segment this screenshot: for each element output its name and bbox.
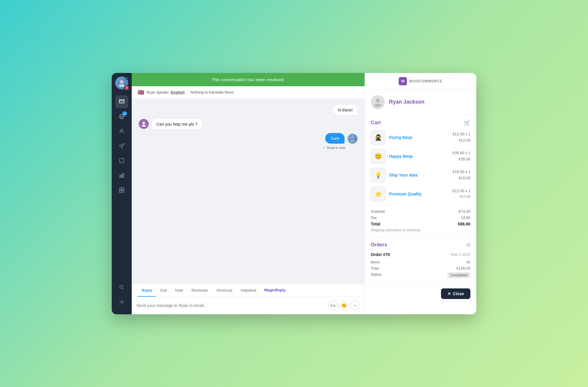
sidebar-item-integrations[interactable] — [115, 184, 128, 197]
panel-title: WOOCOMMERCE — [409, 79, 442, 83]
svg-rect-8 — [123, 173, 124, 177]
magic-reply-tab[interactable]: MagicReply — [264, 288, 285, 292]
cart-item-img-1: 😊 — [371, 149, 385, 164]
subtotal-row: Subtotal €74.00 — [371, 209, 470, 214]
tab-edit[interactable]: Edit — [156, 284, 171, 297]
svg-rect-6 — [120, 175, 121, 177]
cart-item-3: ⭐ Premium Quality €12.00 x 1 €12.00 — [371, 187, 470, 201]
font-icon: Aa — [330, 303, 335, 308]
add-button[interactable]: + — [350, 301, 360, 310]
sidebar-item-conversations[interactable] — [115, 95, 128, 108]
sender-avatar — [139, 119, 149, 129]
order-status-row: Status Completed — [371, 272, 470, 278]
cart-item-2: 💡 Ship Your Idea €15.00 x 1 €15.00 — [371, 168, 470, 182]
lang-name: English — [171, 90, 185, 94]
agent-avatar — [348, 134, 358, 144]
order-total-row: Total €156.00 — [371, 266, 470, 270]
lang-speaks: Ryan speaks — [146, 90, 168, 94]
sidebar-item-pages[interactable] — [115, 154, 128, 167]
resolved-banner: This conversation has been resolved. — [132, 73, 365, 86]
svg-rect-11 — [119, 190, 121, 192]
sidebar-item-reports[interactable] — [115, 169, 128, 182]
cart-item-price-2: €15.00 x 1 €15.00 — [452, 169, 470, 181]
lang-suffix: Nothing to translate there. — [191, 90, 235, 94]
cart-item-price-3: €12.00 x 1 €12.00 — [452, 188, 470, 200]
message-row-help: Can you help me pls ? — [139, 119, 358, 129]
flag-icon: 🇬🇧 — [138, 89, 144, 96]
cart-item-1: 😊 Happy Ninja €35.00 x 1 €35.00 — [371, 149, 470, 164]
tab-note[interactable]: Note — [171, 284, 187, 297]
cart-item-name-1[interactable]: Happy Ninja — [389, 154, 449, 159]
cart-item-img-0: 🥷 — [371, 130, 385, 145]
right-panel: W WOOCOMMERCE Ryan Jackson Cart 🛒 🥷 Flyi… — [365, 73, 476, 314]
customer-name: Ryan Jackson — [389, 99, 425, 105]
language-bar: 🇬🇧 Ryan speaks English. Nothing to trans… — [132, 86, 365, 99]
cart-item-name-2[interactable]: Ship Your Idea — [389, 173, 449, 177]
svg-point-19 — [376, 99, 380, 103]
close-button[interactable]: ✕ Close — [441, 288, 470, 299]
cart-item-img-2: 💡 — [371, 168, 385, 182]
sidebar-search-button[interactable] — [115, 281, 128, 294]
shipping-note: Shipping calculated at checkout — [371, 228, 470, 232]
close-label: Close — [453, 291, 464, 296]
reply-icons: Aa 🙂 + — [328, 301, 360, 310]
customer-avatar — [371, 95, 385, 109]
copy-icon[interactable]: ⧉ — [467, 242, 470, 248]
cart-item-info-2: Ship Your Idea — [389, 173, 449, 177]
cart-item-info-0: Flying Ninja — [389, 135, 449, 140]
orders-title: Orders — [371, 242, 387, 248]
sidebar-item-globe[interactable]: 2 — [115, 110, 128, 123]
cart-section: Cart 🛒 🥷 Flying Ninja €12.00 x 1 €12.00 … — [365, 115, 476, 237]
cart-item-price-0: €12.00 x 1 €12.00 — [452, 131, 470, 144]
order-date: May 3, 2023 — [451, 253, 470, 257]
font-button[interactable]: Aa — [328, 301, 338, 310]
sidebar-bottom — [115, 281, 128, 311]
chat-messages: hi there! Can you help me pls ? Sure — [132, 99, 365, 284]
message-sure: Sure — [325, 133, 345, 144]
tab-shortcuts[interactable]: Shortcuts — [212, 284, 237, 297]
reply-input[interactable] — [136, 303, 325, 308]
online-indicator — [125, 77, 128, 79]
svg-rect-12 — [122, 190, 124, 192]
svg-point-18 — [350, 140, 355, 142]
cart-totals: Subtotal €74.00 Tax 14.80 Total €88.80 S… — [371, 205, 470, 232]
cart-item-info-3: Premium Quality — [389, 192, 449, 196]
total-row: Total €88.80 — [371, 222, 470, 226]
user-avatar[interactable]: 7 — [115, 77, 128, 89]
reply-tabs: Reply Edit Note Reminder Shortcuts Helpd… — [132, 284, 365, 297]
svg-rect-9 — [119, 188, 121, 190]
tab-reply[interactable]: Reply — [138, 284, 156, 297]
close-button-row: ✕ Close — [365, 285, 476, 303]
svg-point-0 — [120, 80, 123, 84]
tab-helpdesk[interactable]: Helpdesk — [237, 284, 261, 297]
close-x-icon: ✕ — [447, 291, 451, 296]
cart-title: Cart — [371, 120, 381, 126]
app-window: 7 2 — [112, 73, 476, 314]
emoji-button[interactable]: 🙂 — [339, 301, 349, 310]
read-receipt: ✓ Read in chat — [139, 146, 358, 150]
tab-reminder[interactable]: Reminder — [187, 284, 212, 297]
cart-item-name-0[interactable]: Flying Ninja — [389, 135, 449, 140]
status-badge: Completed — [447, 272, 470, 278]
plus-icon: + — [354, 303, 357, 308]
order-header: Order #70 May 3, 2023 — [371, 252, 470, 257]
svg-point-1 — [119, 84, 125, 87]
reply-area: Reply Edit Note Reminder Shortcuts Helpd… — [132, 284, 365, 314]
globe-badge: 2 — [122, 111, 127, 116]
chat-area: This conversation has been resolved. 🇬🇧 … — [132, 73, 365, 314]
sidebar-item-send[interactable] — [115, 139, 128, 152]
customer-section: Ryan Jackson — [365, 90, 476, 115]
notification-badge: 7 — [124, 85, 129, 91]
message-hi-there: hi there! — [333, 105, 358, 115]
svg-rect-10 — [122, 188, 124, 190]
cart-item-price-1: €35.00 x 1 €35.00 — [452, 150, 470, 162]
woocommerce-icon: W — [399, 77, 407, 85]
cart-item-name-3[interactable]: Premium Quality — [389, 192, 449, 196]
svg-point-16 — [142, 125, 146, 127]
sidebar-settings-button[interactable] — [115, 295, 128, 308]
svg-rect-7 — [121, 174, 122, 177]
sidebar-item-contacts[interactable] — [115, 125, 128, 138]
cart-item-0: 🥷 Flying Ninja €12.00 x 1 €12.00 — [371, 130, 470, 145]
svg-point-13 — [120, 285, 123, 288]
sidebar-nav: 2 — [115, 95, 128, 281]
